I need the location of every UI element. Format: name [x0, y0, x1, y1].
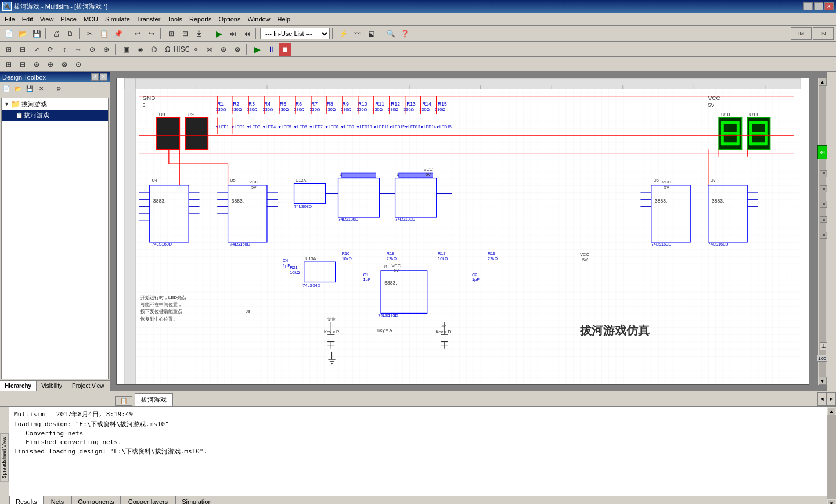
- comp-btn13[interactable]: HISC: [175, 43, 188, 56]
- tab-scroll-left[interactable]: ◄: [817, 392, 827, 406]
- comp-btn12[interactable]: Ω: [161, 43, 174, 56]
- tab-project-view[interactable]: Project View: [67, 381, 109, 391]
- panel-ctrl3[interactable]: ≡: [820, 201, 827, 208]
- cut-btn[interactable]: ✂: [84, 27, 96, 40]
- tab-visibility[interactable]: Visibility: [37, 381, 67, 391]
- panel-float-btn[interactable]: ↗: [91, 73, 99, 81]
- tab-copper-layers[interactable]: Copper layers: [122, 496, 174, 504]
- menu-view[interactable]: View: [37, 15, 57, 24]
- run-btn[interactable]: ▶: [212, 27, 225, 40]
- comp-btn3[interactable]: ↗: [30, 43, 43, 56]
- comp-btn7[interactable]: ⊙: [86, 43, 99, 56]
- right-toolbar-btn2[interactable]: IN: [813, 27, 834, 40]
- fn-gen-btn[interactable]: ⬕: [365, 27, 377, 40]
- panel-close-btn[interactable]: ✕: [100, 73, 107, 81]
- copy-btn[interactable]: 📋: [98, 27, 110, 40]
- db-btn[interactable]: 🗄: [193, 27, 206, 40]
- sim-ctrl-run[interactable]: ▶: [251, 43, 264, 56]
- tree-child[interactable]: 📋 拔河游戏: [2, 110, 108, 121]
- menu-reports[interactable]: Reports: [186, 15, 215, 24]
- spreadsheet-btn[interactable]: ⊟: [179, 27, 192, 40]
- inst-btn3[interactable]: ⊛: [30, 58, 43, 71]
- tree-root[interactable]: ▼ 📁 拔河游戏: [2, 98, 108, 110]
- panel-ctrl1[interactable]: ≡: [820, 170, 827, 177]
- tab-simulation[interactable]: Simulation: [175, 496, 218, 504]
- bk-btn[interactable]: ⏮: [240, 27, 253, 40]
- inuse-dropdown[interactable]: --- In-Use List ---: [260, 28, 330, 39]
- comp-btn15[interactable]: ⋈: [203, 43, 216, 56]
- right-toolbar-btn1[interactable]: IM: [791, 27, 812, 40]
- minimize-button[interactable]: _: [803, 2, 813, 10]
- menu-transfer[interactable]: Transfer: [134, 15, 164, 24]
- save-design-btn[interactable]: 💾: [24, 83, 35, 93]
- schematic-tab-main[interactable]: 拔河游戏: [135, 393, 173, 406]
- connector-btn[interactable]: ⊥: [820, 342, 827, 350]
- tab-scroll-right[interactable]: ►: [827, 392, 836, 406]
- menu-options[interactable]: Options: [215, 15, 244, 24]
- inst-btn5[interactable]: ⊗: [58, 58, 71, 71]
- panel-ctrl2[interactable]: ≡: [820, 185, 827, 192]
- menu-simulate[interactable]: Simulate: [102, 15, 134, 24]
- inst-btn6[interactable]: ⊙: [72, 58, 85, 71]
- sim-ctrl-stop[interactable]: ⏹: [279, 43, 291, 56]
- green-status-indicator: 64: [817, 145, 827, 159]
- comp-btn9[interactable]: ▣: [120, 43, 132, 56]
- panel-ctrl5[interactable]: ≡: [820, 232, 827, 239]
- comp-btn4[interactable]: ⟳: [44, 43, 57, 56]
- comp-btn2[interactable]: ⊟: [16, 43, 29, 56]
- scroll-down-btn[interactable]: ▼: [819, 377, 827, 385]
- paste-btn[interactable]: 📌: [111, 27, 124, 40]
- panel-ctrl4[interactable]: ≡: [820, 216, 827, 223]
- bottom-scrollbar[interactable]: ▲ ▼: [827, 407, 836, 504]
- help-btn[interactable]: ❓: [398, 27, 411, 40]
- zoom-in-btn[interactable]: 🔍: [384, 27, 397, 40]
- save-btn[interactable]: 💾: [30, 27, 43, 40]
- fwd-btn[interactable]: ⏭: [226, 27, 239, 40]
- new-design-btn[interactable]: 📄: [1, 83, 12, 93]
- print-preview-btn[interactable]: 🗋: [64, 27, 77, 40]
- comp-btn6[interactable]: ↔: [72, 43, 85, 56]
- sim-ctrl-pause[interactable]: ⏸: [265, 43, 278, 56]
- comp-btn5[interactable]: ↕: [58, 43, 71, 56]
- comp-btn10[interactable]: ◈: [134, 43, 146, 56]
- design-view-btn[interactable]: ⊞: [165, 27, 178, 40]
- menu-edit[interactable]: Edit: [19, 15, 37, 24]
- menu-window[interactable]: Window: [244, 15, 273, 24]
- bottom-scroll-down[interactable]: ▼: [827, 499, 835, 504]
- spreadsheet-view-tab[interactable]: Spreadsheet View: [0, 433, 9, 481]
- undo-btn[interactable]: ↩: [131, 27, 144, 40]
- menu-file[interactable]: File: [1, 15, 19, 24]
- inst-btn1[interactable]: ⊞: [2, 58, 15, 71]
- scroll-up-btn[interactable]: ▲: [819, 78, 827, 86]
- comp-btn1[interactable]: ⊞: [2, 43, 15, 56]
- comp-btn8[interactable]: ⊕: [100, 43, 113, 56]
- close-button[interactable]: ✕: [824, 2, 834, 10]
- comp-btn14[interactable]: ⌖: [189, 43, 202, 56]
- menu-place[interactable]: Place: [57, 15, 80, 24]
- tab-results[interactable]: Results: [9, 496, 44, 504]
- bottom-scroll-up[interactable]: ▲: [827, 407, 835, 415]
- redo-btn[interactable]: ↪: [145, 27, 158, 40]
- inst-btn2[interactable]: ⊟: [16, 58, 29, 71]
- menu-help[interactable]: Help: [274, 15, 294, 24]
- bottom-scroll-track[interactable]: [827, 415, 836, 499]
- maximize-button[interactable]: □: [814, 2, 823, 10]
- comp-btn11[interactable]: ⌬: [147, 43, 160, 56]
- tab-hierarchy[interactable]: Hierarchy: [0, 381, 37, 391]
- open-design-btn[interactable]: 📂: [13, 83, 23, 93]
- tab-components[interactable]: Components: [71, 496, 120, 504]
- inst-btn4[interactable]: ⊕: [44, 58, 57, 71]
- comp-btn17[interactable]: ⊗: [231, 43, 244, 56]
- open-btn[interactable]: 📂: [16, 27, 29, 40]
- scope-btn[interactable]: 〰: [351, 27, 363, 40]
- close-design-btn[interactable]: ✕: [36, 83, 46, 93]
- menu-mcu[interactable]: MCU: [80, 15, 102, 24]
- comp-btn16[interactable]: ⊛: [217, 43, 230, 56]
- menu-tools[interactable]: Tools: [164, 15, 186, 24]
- multimeter-btn[interactable]: ⚡: [337, 27, 349, 40]
- v-scrollbar[interactable]: ▲ ▼ ≡ ≡ ≡ ≡ ≡ 64 ⊥ 1.60: [817, 78, 827, 385]
- tab-nets[interactable]: Nets: [45, 496, 71, 504]
- print-btn[interactable]: 🖨: [50, 27, 63, 40]
- settings-btn[interactable]: ⚙: [53, 83, 64, 93]
- new-btn[interactable]: 📄: [2, 27, 15, 40]
